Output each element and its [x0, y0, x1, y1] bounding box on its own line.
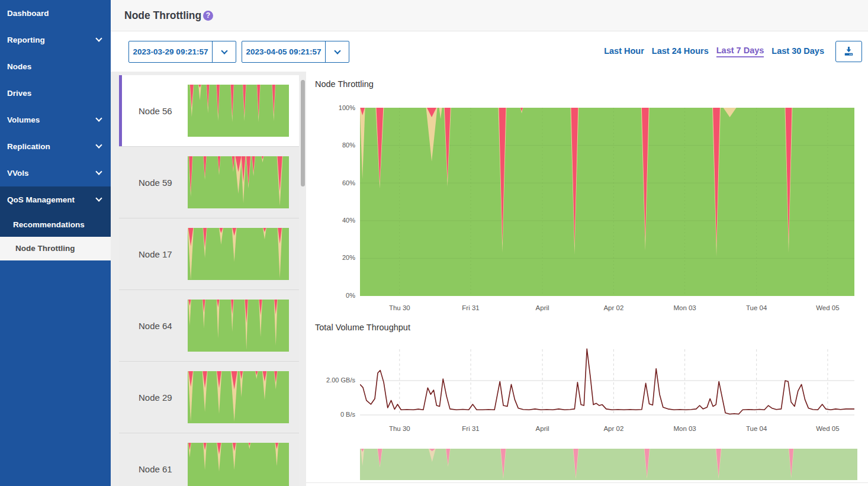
x-axis-tick: Tue 04 — [733, 304, 780, 311]
sidebar-item-node-throttling[interactable]: Node Throttling — [0, 237, 111, 260]
sidebar-item-nodes[interactable]: Nodes — [0, 53, 111, 80]
chevron-down-icon — [95, 168, 102, 175]
sidebar-item-label: Drives — [7, 89, 31, 98]
app-window: DashboardReportingNodesDrivesVolumesRepl… — [0, 0, 868, 486]
node-list-scrollbar[interactable] — [301, 80, 305, 186]
quick-range-last-24-hours[interactable]: Last 24 Hours — [652, 46, 709, 57]
download-button[interactable] — [835, 41, 862, 62]
end-date-picker[interactable]: 2023-04-05 09:21:57 — [242, 41, 349, 63]
sidebar-item-label: Node Throttling — [15, 244, 75, 253]
sidebar-item-dashboard[interactable]: Dashboard — [0, 0, 111, 27]
sidebar-item-label: VVols — [7, 169, 29, 178]
content-area: Node 56Node 59Node 17Node 64Node 29Node … — [111, 72, 868, 486]
node-label: Node 29 — [139, 392, 172, 403]
sidebar: DashboardReportingNodesDrivesVolumesRepl… — [0, 0, 111, 486]
page-title: Node Throttling — [124, 0, 201, 31]
x-axis-tick: Fri 31 — [447, 425, 494, 432]
sidebar-item-reporting[interactable]: Reporting — [0, 27, 111, 53]
end-date-value: 2023-04-05 09:21:57 — [242, 41, 325, 62]
node-list-item-node-29[interactable]: Node 29 — [119, 362, 299, 433]
sidebar-item-label: Recommendations — [13, 220, 85, 229]
node-thumbnail-chart — [188, 300, 289, 352]
y-axis-tick: 100% — [306, 104, 355, 111]
x-axis-tick: Mon 03 — [661, 425, 709, 432]
x-axis-tick: Fri 31 — [447, 304, 494, 311]
y-axis-tick: 0% — [306, 292, 355, 299]
quick-range-last-30-days[interactable]: Last 30 Days — [771, 46, 824, 57]
start-date-value: 2023-03-29 09:21:57 — [129, 41, 212, 62]
x-axis-tick: Wed 05 — [804, 304, 851, 311]
x-axis-tick: Wed 05 — [804, 425, 851, 432]
chevron-down-icon — [95, 35, 102, 41]
node-label: Node 17 — [139, 249, 172, 259]
y-axis-tick: 40% — [306, 217, 355, 224]
node-label: Node 59 — [139, 178, 172, 188]
toolbar: 2023-03-29 09:21:57 2023-04-05 09:21:57 … — [111, 31, 868, 72]
brush-minimap[interactable] — [360, 449, 857, 480]
qos-management-section: QoS ManagementRecommendations — [0, 186, 111, 237]
x-axis-tick: Apr 02 — [590, 425, 637, 432]
node-list-item-node-56[interactable]: Node 56 — [119, 75, 299, 147]
y-axis-tick: 80% — [306, 141, 355, 149]
divider — [306, 482, 868, 483]
sidebar-item-label: Replication — [7, 142, 50, 151]
sidebar-item-qos-management[interactable]: QoS Management — [0, 186, 111, 213]
x-axis-tick: April — [519, 304, 566, 311]
node-list-item-node-59[interactable]: Node 59 — [119, 147, 299, 218]
chevron-down-icon[interactable] — [325, 41, 349, 62]
chevron-down-icon[interactable] — [212, 41, 236, 62]
chart-title-total-volume-throughput: Total Volume Throughput — [315, 323, 410, 332]
node-thumbnail-chart — [188, 85, 289, 137]
quick-range-last-hour[interactable]: Last Hour — [604, 46, 644, 57]
node-list-item-node-61[interactable]: Node 61 — [119, 433, 299, 486]
x-axis-tick: Thu 30 — [376, 304, 423, 311]
chevron-down-icon — [95, 141, 102, 148]
quick-range-last-7-days[interactable]: Last 7 Days — [716, 46, 764, 57]
sidebar-item-recommendations[interactable]: Recommendations — [0, 213, 111, 237]
chart-panel: Node Throttling Total Volume Throughput … — [306, 72, 868, 486]
node-thumbnail-chart — [188, 443, 289, 486]
sidebar-item-label: Dashboard — [7, 9, 49, 18]
help-icon[interactable]: ? — [203, 11, 213, 21]
y-axis-tick: 0 B/s — [306, 411, 355, 418]
download-icon — [844, 47, 854, 56]
node-label: Node 56 — [139, 106, 172, 116]
sidebar-item-label: Nodes — [7, 62, 31, 71]
quick-ranges: Last HourLast 24 HoursLast 7 DaysLast 30… — [604, 31, 824, 72]
start-date-picker[interactable]: 2023-03-29 09:21:57 — [128, 41, 236, 63]
y-axis-tick: 20% — [306, 254, 355, 261]
node-thumbnail-chart — [188, 228, 289, 280]
x-axis-tick: Apr 02 — [590, 304, 637, 311]
node-thumbnail-chart — [188, 371, 289, 423]
x-axis-tick: April — [519, 425, 566, 432]
y-axis-tick: 60% — [306, 179, 355, 186]
sidebar-item-replication[interactable]: Replication — [0, 133, 111, 160]
node-list-item-node-64[interactable]: Node 64 — [119, 290, 299, 362]
node-label: Node 61 — [139, 464, 172, 474]
chevron-down-icon — [95, 115, 102, 121]
sidebar-item-drives[interactable]: Drives — [0, 80, 111, 107]
x-axis-tick: Mon 03 — [661, 304, 709, 311]
node-list: Node 56Node 59Node 17Node 64Node 29Node … — [119, 75, 299, 486]
y-axis-tick: 2.00 GB/s — [306, 376, 355, 384]
node-throttling-chart[interactable] — [360, 108, 854, 296]
sidebar-item-label: QoS Management — [7, 195, 75, 204]
sidebar-item-label: Reporting — [7, 36, 45, 44]
node-thumbnail-chart — [188, 156, 289, 208]
chart-title-node-throttling: Node Throttling — [315, 79, 374, 89]
node-label: Node 64 — [139, 321, 172, 331]
x-axis-tick: Thu 30 — [376, 425, 423, 432]
sidebar-item-vvols[interactable]: VVols — [0, 160, 111, 186]
node-list-item-node-17[interactable]: Node 17 — [119, 218, 299, 290]
chevron-down-icon — [95, 195, 102, 201]
page-header: Node Throttling ? — [111, 0, 868, 31]
x-axis-tick: Tue 04 — [733, 425, 780, 432]
sidebar-item-label: Volumes — [7, 115, 40, 124]
sidebar-item-volumes[interactable]: Volumes — [0, 107, 111, 133]
throughput-chart[interactable] — [360, 348, 854, 419]
